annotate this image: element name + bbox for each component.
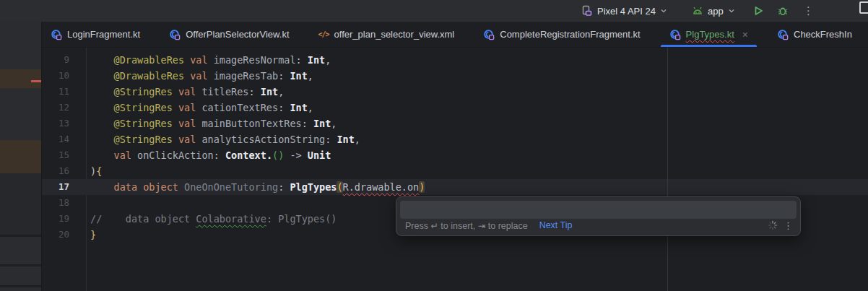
android-icon <box>692 6 703 16</box>
chevron-down-icon <box>660 7 667 14</box>
left-panel-separator <box>0 235 41 237</box>
kotlin-class-icon <box>483 29 495 40</box>
popup-more-icon[interactable]: ⋮ <box>784 220 793 231</box>
left-panel-dark-block <box>0 173 41 235</box>
left-panel-highlight-row <box>0 69 41 88</box>
left-panel-separator <box>0 264 41 266</box>
line-number: 20 <box>42 227 87 243</box>
next-tip-link[interactable]: Next Tip <box>539 220 573 230</box>
code-text: @DrawableRes val imageResTab: Int, <box>87 68 313 84</box>
completion-hint-text: Press ↵ to insert, ⇥ to replace <box>405 220 528 231</box>
chevron-down-icon <box>728 7 735 14</box>
line-number: 17 <box>42 179 87 195</box>
line-number: 11 <box>42 84 87 100</box>
tab-label: offer_plan_selector_view.xml <box>334 29 455 40</box>
code-line-11[interactable]: 11 @StringRes val titleRes: Int, <box>42 84 868 100</box>
line-number: 18 <box>42 195 87 211</box>
code-line-9[interactable]: 9 @DrawableRes val imageResNormal: Int, <box>42 52 868 68</box>
xml-file-icon: </> <box>318 30 329 38</box>
code-line-13[interactable]: 13 @StringRes val mainButtonTextRes: Int… <box>42 116 868 131</box>
code-line-16[interactable]: 16){ <box>42 163 868 179</box>
kotlin-class-icon <box>777 29 789 40</box>
main-toolbar: Pixel 4 API 24 app <box>0 0 868 22</box>
tab-plgtypes-active[interactable]: PlgTypes.kt × <box>661 22 757 47</box>
tab-completeregistrationfragment[interactable]: CompleteRegistrationFragment.kt <box>474 22 648 47</box>
debug-button[interactable] <box>777 5 789 17</box>
code-line-12[interactable]: 12 @StringRes val cationTextRes: Int, <box>42 100 868 116</box>
line-number: 9 <box>42 52 87 68</box>
loading-spinner-icon <box>768 220 778 230</box>
code-text: @StringRes val analyticsActionString: In… <box>87 131 360 147</box>
code-line-15[interactable]: 15 val onClickAction: Context.() -> Unit <box>42 147 868 163</box>
line-number: 15 <box>42 147 87 163</box>
tab-loginfragment[interactable]: LoginFragment.kt <box>42 22 149 47</box>
line-number: 10 <box>42 68 87 84</box>
tab-offer-plan-selector-view-xml[interactable]: </> offer_plan_selector_view.xml <box>310 22 464 47</box>
left-panel-red-mark <box>31 80 41 82</box>
completion-popup: Press ↵ to insert, ⇥ to replace Next Tip <box>396 196 801 236</box>
kotlin-class-icon <box>669 29 681 40</box>
run-configuration-selector[interactable]: app <box>692 0 735 22</box>
tab-label: PlgTypes.kt <box>686 29 734 40</box>
tab-label: CheckFreshIn <box>794 29 852 40</box>
run-button[interactable] <box>752 5 764 17</box>
kotlin-class-icon <box>169 29 181 40</box>
line-number: 16 <box>42 163 87 179</box>
device-selector-label: Pixel 4 API 24 <box>597 6 656 17</box>
tab-checkfreshin[interactable]: CheckFreshIn <box>768 22 861 47</box>
tab-label: CompleteRegistrationFragment.kt <box>500 29 640 40</box>
tab-label: OfferPlanSelectorView.kt <box>186 29 289 40</box>
code-line-17[interactable]: 17 data object OneOnOneTutoring: PlgType… <box>42 179 868 195</box>
code-text: } <box>87 227 96 243</box>
code-text: @StringRes val cationTextRes: Int, <box>87 100 313 116</box>
left-panel[interactable] <box>0 22 42 291</box>
line-number: 14 <box>42 131 87 147</box>
code-text: @DrawableRes val imageResNormal: Int, <box>87 52 331 68</box>
tab-offerplanselectorview[interactable]: OfferPlanSelectorView.kt <box>160 22 298 47</box>
tab-label: LoginFragment.kt <box>67 29 140 40</box>
editor-tabbar: LoginFragment.kt OfferPlanSelectorView.k… <box>42 22 868 48</box>
device-selector[interactable]: Pixel 4 API 24 <box>581 0 667 22</box>
close-tab-icon[interactable]: × <box>742 30 748 40</box>
left-panel-separator <box>0 285 41 287</box>
code-line-14[interactable]: 14 @StringRes val analyticsActionString:… <box>42 131 868 147</box>
device-icon <box>581 5 593 17</box>
clipped-toolbar-icon[interactable] <box>859 1 868 14</box>
left-panel-highlight-row <box>0 140 41 173</box>
code-text: ){ <box>87 163 102 179</box>
code-editor[interactable]: 9 @DrawableRes val imageResNormal: Int,1… <box>42 48 868 291</box>
completion-popup-footer: Press ↵ to insert, ⇥ to replace Next Tip <box>405 218 793 233</box>
code-line-10[interactable]: 10 @DrawableRes val imageResTab: Int, <box>42 68 868 84</box>
code-text: @StringRes val mainButtonTextRes: Int, <box>87 116 337 131</box>
more-actions-button[interactable]: ⋮ <box>803 3 812 19</box>
completion-selected-item[interactable] <box>400 201 797 219</box>
kotlin-class-icon <box>51 29 62 40</box>
run-configuration-label: app <box>708 6 724 17</box>
line-number: 13 <box>42 116 87 131</box>
line-number: 12 <box>42 100 87 116</box>
code-text: data object OneOnOneTutoring: PlgTypes(R… <box>87 179 425 195</box>
code-text: // data object Colaborative: PlgTypes() <box>87 211 337 227</box>
code-text <box>87 195 90 211</box>
code-text: @StringRes val titleRes: Int, <box>87 84 284 100</box>
code-text: val onClickAction: Context.() -> Unit <box>87 147 331 163</box>
line-number: 19 <box>42 211 87 227</box>
android-studio-window: Pixel 4 API 24 app <box>0 0 868 291</box>
